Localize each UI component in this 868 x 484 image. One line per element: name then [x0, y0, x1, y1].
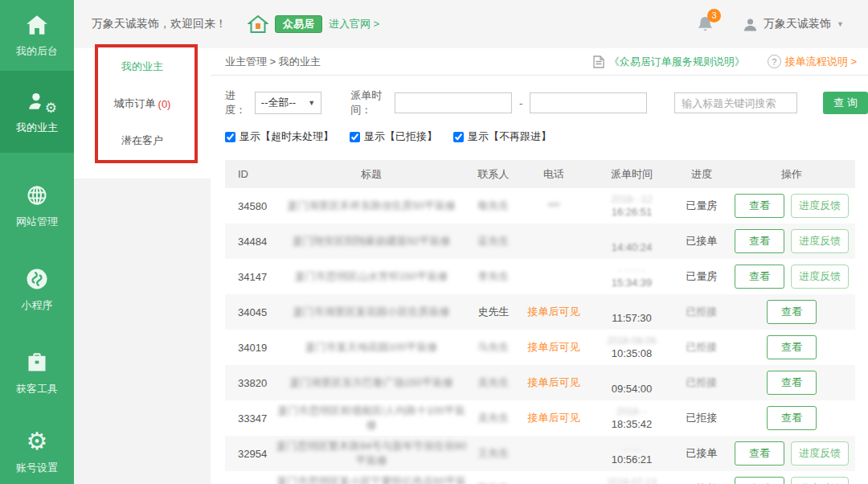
- brand-link[interactable]: 众易居 进入官网 >: [248, 14, 379, 34]
- question-icon: ?: [768, 55, 781, 68]
- sidebar-item-website[interactable]: 网站管理: [0, 174, 74, 238]
- view-button[interactable]: 查看: [767, 335, 817, 359]
- sidebar-item-leads-tools[interactable]: 获客工具: [0, 341, 74, 405]
- search-input[interactable]: [674, 92, 797, 113]
- sidebar-item-owners[interactable]: ⚙ 我的业主: [0, 71, 74, 153]
- cell-title: 厦门翔安区阳翔豪勋建面92平装修: [275, 224, 468, 259]
- view-button[interactable]: 查看: [735, 477, 784, 484]
- phone-hint-text: 接单后可见: [528, 412, 580, 424]
- cell-title: 厦门市思明区前埔南区/人均路十100平装修: [275, 400, 468, 436]
- dispatch-date-text: [589, 300, 674, 312]
- column-header-phone: 电话: [519, 160, 588, 188]
- cell-dispatch-time: 2018-08-0610:35:08: [588, 330, 675, 365]
- cell-actions: 查看进度反馈: [728, 259, 855, 294]
- view-button[interactable]: 查看: [735, 265, 784, 289]
- sidebar-item-miniprogram[interactable]: 小程序: [0, 257, 74, 322]
- sidebar-item-dashboard[interactable]: 我的后台: [0, 0, 74, 71]
- chevron-down-icon: ▼: [837, 20, 844, 28]
- toolbox-icon: [25, 351, 49, 375]
- column-header-id: ID: [225, 160, 275, 188]
- view-button[interactable]: 查看: [735, 229, 784, 253]
- search-button[interactable]: 查 询: [823, 92, 868, 114]
- submenu-item-label: 城市订单: [114, 96, 156, 111]
- sidebar-item-label: 我的业主: [16, 121, 58, 135]
- status-badge: 已拒接: [686, 376, 718, 388]
- checkbox-input[interactable]: [225, 132, 235, 142]
- cell-dispatch-time: ……10:56:21: [588, 436, 675, 471]
- checkbox-show-rejected[interactable]: 显示【已拒接】: [350, 129, 437, 144]
- submenu-item-city-orders[interactable]: 城市订单 (0): [74, 85, 211, 122]
- primary-sidebar: 我的后台 ⚙ 我的业主 网站管理 小程序 获客工具 ⚙ 账号设置: [0, 0, 74, 484]
- home-icon: [25, 13, 49, 37]
- order-rules-label: 《众易居订单服务规则说明》: [609, 55, 745, 69]
- cell-title: 厦门湖里区禾祥东路佳住房50平装修: [275, 188, 468, 224]
- view-button[interactable]: 查看: [767, 406, 817, 430]
- secondary-sidebar: 我的业主 城市订单 (0) 潜在客户: [74, 48, 211, 484]
- status-badge: 已量房: [686, 270, 718, 282]
- view-button[interactable]: 查看: [735, 194, 784, 218]
- checkbox-label: 显示【已拒接】: [364, 129, 437, 144]
- welcome-text: 万象天诚装饰，欢迎回来！: [92, 17, 227, 31]
- column-header-contact: 联系人: [468, 160, 519, 188]
- title-text: 厦门思明区繁木路94号与新年节假住宿80平装修: [276, 440, 467, 466]
- column-header-progress: 进度: [675, 160, 728, 188]
- table-row: 33347厦门市思明区前埔南区/人均路十100平装修吴先生接单后可见2018- …: [225, 400, 855, 436]
- progress-feedback-button[interactable]: 进度反馈: [791, 229, 849, 253]
- username-text: 万象天诚装饰: [764, 17, 831, 31]
- view-button[interactable]: 查看: [735, 441, 784, 466]
- user-menu[interactable]: 万象天诚装饰 ▼: [743, 17, 844, 32]
- progress-feedback-button[interactable]: 进度反馈: [791, 265, 849, 289]
- submenu-item-potential-customers[interactable]: 潜在客户: [74, 122, 211, 159]
- order-count-badge: (0): [158, 98, 171, 110]
- cell-contact: 王先生: [468, 436, 519, 471]
- notification-badge: 3: [707, 9, 721, 23]
- sidebar-item-account-settings[interactable]: ⚙ 账号设置: [0, 420, 74, 484]
- process-help-link[interactable]: ? 接单流程说明 >: [768, 55, 857, 69]
- sidebar-item-label: 获客工具: [16, 382, 58, 396]
- progress-select[interactable]: --全部-- ▼: [255, 92, 321, 114]
- cell-progress: 已拒接: [675, 400, 728, 436]
- view-button[interactable]: 查看: [767, 300, 817, 324]
- progress-feedback-button[interactable]: 进度反馈: [791, 194, 849, 218]
- date-to-input[interactable]: [530, 92, 647, 113]
- status-badge: 已拒接: [686, 341, 718, 353]
- enter-site-link[interactable]: 进入官网 >: [329, 17, 379, 31]
- dispatch-time-text: 10:35:08: [589, 347, 674, 360]
- view-button[interactable]: 查看: [767, 371, 817, 395]
- miniprogram-icon: [25, 267, 49, 291]
- cell-progress: 已接单: [675, 224, 728, 259]
- gear-icon: ⚙: [25, 429, 49, 453]
- cell-progress: 已拒接: [675, 294, 728, 330]
- table-row: 32555厦门市思明区某小区宁夏恒亿尚品50平装修陈先生2018-07-1314…: [225, 471, 855, 484]
- checkbox-show-nofollow[interactable]: 显示【不再跟进】: [453, 129, 551, 144]
- table-row: 34019厦门市某天地花园100平装修马先生接单后可见2018-08-0610:…: [225, 330, 855, 365]
- submenu-panel: 我的业主 城市订单 (0) 潜在客户: [74, 48, 211, 178]
- status-badge: 已接单: [686, 447, 718, 459]
- cell-id: 34019: [225, 330, 275, 365]
- progress-feedback-button[interactable]: 进度反馈: [791, 441, 849, 466]
- cell-contact: 吴先生: [468, 365, 519, 400]
- order-rules-link[interactable]: 《众易居订单服务规则说明》: [593, 55, 745, 69]
- status-badge: 已拒接: [686, 306, 718, 318]
- submenu-item-my-owners[interactable]: 我的业主: [74, 48, 211, 85]
- cell-id: 34580: [225, 188, 275, 224]
- dispatch-date-text: 2018-07-13: [589, 477, 674, 484]
- title-text: 厦门翔安区阳翔豪勋建面92平装修: [293, 235, 450, 247]
- contact-text: 李先生: [478, 270, 510, 282]
- cell-actions: 查看进度反馈: [728, 471, 855, 484]
- title-text: 厦门市思明区山水芳邻150平装修: [295, 270, 448, 282]
- checkbox-input[interactable]: [453, 132, 464, 142]
- progress-feedback-button[interactable]: 进度反馈: [791, 477, 849, 484]
- checkbox-show-overdue[interactable]: 显示【超时未处理】: [225, 129, 334, 144]
- checkbox-input[interactable]: [350, 132, 360, 142]
- gear-icon: ⚙: [45, 100, 57, 117]
- contact-text: 马先生: [478, 341, 510, 353]
- cell-actions: 查看进度反馈: [728, 188, 855, 224]
- notification-bell[interactable]: 3: [697, 15, 714, 34]
- cell-id: 34484: [225, 224, 275, 259]
- cell-id: 32555: [225, 471, 275, 484]
- globe-icon: [25, 183, 49, 207]
- title-text: 厦门市湖里区某花园小区住房装修: [293, 306, 450, 318]
- date-from-input[interactable]: [395, 92, 512, 113]
- cell-actions: 查看进度反馈: [728, 224, 855, 259]
